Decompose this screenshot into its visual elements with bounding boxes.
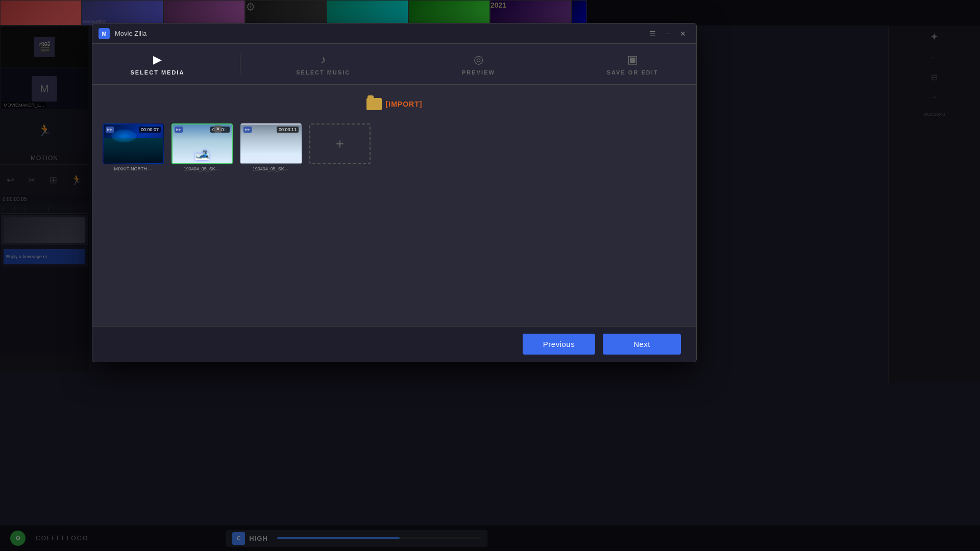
nav-step-preview[interactable]: ◎ PREVIEW	[442, 48, 516, 81]
media-thumb-1: ▶▶ 00:00:07	[103, 123, 164, 164]
preview-label: PREVIEW	[462, 69, 495, 76]
modal-title: Movie Zilla	[115, 30, 640, 37]
preview-icon: ◎	[474, 53, 483, 66]
save-edit-label: SAVE OR EDIT	[607, 69, 658, 76]
nav-step-select-media[interactable]: ▶ SELECT MEDIA	[110, 48, 205, 81]
import-row: [IMPORT]	[103, 95, 686, 113]
video-type-icon-2: ▶▶	[175, 127, 183, 133]
next-button[interactable]: Next	[603, 334, 681, 355]
nav-divider-3	[551, 54, 551, 74]
select-media-icon: ▶	[153, 53, 162, 66]
video-type-icon-1: ▶▶	[106, 127, 114, 133]
modal-overlay: M Movie Zilla ☰ − ✕ ▶ SELECT MEDIA ♪ SEL…	[0, 0, 980, 551]
media-time-3: 00:00:11	[277, 127, 299, 133]
media-thumb-3: ▶▶ 00:00:11	[240, 123, 302, 164]
modal-footer: Previous Next	[92, 326, 696, 362]
modal-titlebar: M Movie Zilla ☰ − ✕	[92, 23, 696, 44]
media-grid: ▶▶ 00:00:07 MIXKIT-NORTH-··· ▶▶ 00:00:··…	[103, 123, 686, 171]
add-more-btn[interactable]: +	[309, 123, 371, 164]
modal-nav: ▶ SELECT MEDIA ♪ SELECT MUSIC ◎ PREVIEW …	[92, 44, 696, 85]
modal-body: [IMPORT] ▶▶ 00:00:07 MIXKIT-NORTH-···	[92, 85, 696, 326]
media-close-btn-2[interactable]: ✕	[214, 126, 222, 133]
nav-divider-2	[406, 54, 406, 74]
select-media-label: SELECT MEDIA	[130, 69, 184, 76]
nav-step-save-edit[interactable]: ▣ SAVE OR EDIT	[586, 48, 679, 81]
select-music-icon: ♪	[321, 53, 326, 66]
modal-dialog: M Movie Zilla ☰ − ✕ ▶ SELECT MEDIA ♪ SEL…	[92, 23, 697, 362]
video-type-icon-3: ▶▶	[243, 127, 252, 133]
media-label-3: 190404_05_SK-···	[240, 166, 302, 171]
media-label-2: 190404_05_SK-···	[172, 166, 233, 171]
close-button[interactable]: ✕	[676, 28, 690, 39]
previous-button[interactable]: Previous	[523, 334, 595, 355]
aurora-glow	[111, 130, 137, 142]
media-time-1: 00:00:07	[139, 127, 161, 133]
nav-step-select-music[interactable]: ♪ SELECT MUSIC	[276, 48, 371, 81]
folder-icon	[366, 98, 382, 110]
save-edit-icon: ▣	[627, 53, 638, 66]
nav-divider-1	[240, 54, 240, 74]
import-label: [IMPORT]	[386, 100, 423, 108]
media-thumb-2: ▶▶ 00:00:·· ✕ 🎿	[172, 123, 233, 164]
media-item-1[interactable]: ▶▶ 00:00:07 MIXKIT-NORTH-···	[103, 123, 164, 171]
media-item-2[interactable]: ▶▶ 00:00:·· ✕ 🎿 190404_05_SK-···	[172, 123, 233, 171]
window-menu-icon[interactable]: ☰	[645, 28, 659, 39]
import-button[interactable]: [IMPORT]	[358, 95, 431, 113]
modal-logo: M	[99, 28, 110, 39]
media-label-1: MIXKIT-NORTH-···	[103, 166, 164, 171]
add-more-item[interactable]: +	[309, 123, 371, 171]
media-item-3[interactable]: ▶▶ 00:00:11 190404_05_SK-···	[240, 123, 302, 171]
select-music-label: SELECT MUSIC	[296, 69, 350, 76]
aurora-bg	[104, 138, 163, 163]
minimize-button[interactable]: −	[660, 28, 675, 39]
